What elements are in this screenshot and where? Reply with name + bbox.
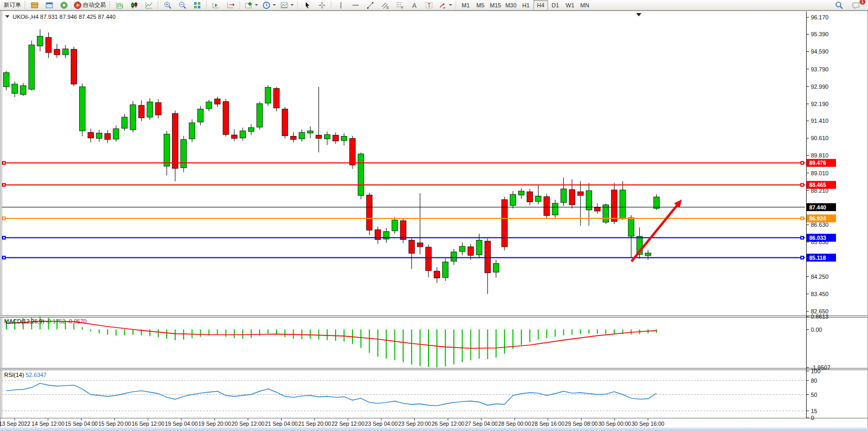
price-badge-label: 89.476 xyxy=(809,160,826,166)
timeframe-m15-button[interactable]: M15 xyxy=(488,0,503,10)
horizontal-line-button[interactable] xyxy=(348,0,363,10)
chevron-down-icon[interactable] xyxy=(449,4,452,6)
rsi-tick-label: 0 xyxy=(811,415,814,421)
equidistant-channel-button[interactable]: E xyxy=(378,0,392,10)
candle-bearish xyxy=(468,247,474,256)
timeframe-h1-button[interactable]: H1 xyxy=(519,0,533,10)
price-badge-label: 87.440 xyxy=(809,204,826,211)
candlestick-chart-button[interactable] xyxy=(127,0,142,10)
crosshair-icon xyxy=(318,1,326,9)
price-tick-label: 93.790 xyxy=(811,66,829,72)
arrows-icon xyxy=(438,1,447,9)
candle-bearish xyxy=(569,190,575,205)
candle-bullish xyxy=(451,252,457,261)
candle-bullish xyxy=(324,134,330,139)
chart-title: UKOil-,H4 87.931 87.946 87.425 87.440 xyxy=(13,14,115,20)
toolbar-separator xyxy=(25,1,26,9)
candle-bullish xyxy=(4,72,9,87)
chevron-down-icon[interactable] xyxy=(273,4,276,6)
time-axis-label: 23 Sep 04:00 xyxy=(365,421,398,427)
timeframe-label: M1 xyxy=(462,2,469,8)
toolbar-separator xyxy=(206,1,207,9)
toolbar: 新订单自动交易EFATM1M5M15M30H1H4D1W1MN1 xyxy=(0,0,868,10)
timeframe-w1-button[interactable]: W1 xyxy=(563,0,577,10)
zoom-out-button[interactable] xyxy=(175,0,190,10)
chevron-down-icon[interactable] xyxy=(291,4,294,6)
candle-bearish xyxy=(215,99,220,104)
chart-shift-icon xyxy=(227,1,235,9)
line-anchor-center xyxy=(3,217,5,219)
candle-bearish xyxy=(409,240,414,254)
candle-bullish xyxy=(653,197,659,208)
line-anchor-center xyxy=(801,217,803,219)
timeframe-m5-button[interactable]: M5 xyxy=(473,0,488,10)
fibonacci-icon: F xyxy=(395,1,404,9)
line-anchor-center xyxy=(801,162,803,164)
timeframe-h4-button[interactable]: H4 xyxy=(533,0,548,10)
trendline-button[interactable] xyxy=(363,0,378,10)
timeframe-d1-button[interactable]: D1 xyxy=(548,0,563,10)
candle-bullish xyxy=(561,189,566,203)
tile-windows-button[interactable] xyxy=(190,0,205,10)
time-axis-label: 22 Sep 12:00 xyxy=(331,421,365,427)
window-bottom-edge xyxy=(0,427,868,431)
candle-bearish xyxy=(577,192,583,195)
indicators-button[interactable] xyxy=(242,0,260,10)
candle-bearish xyxy=(71,49,77,84)
timeframe-m30-button[interactable]: M30 xyxy=(503,0,518,10)
search-icon xyxy=(835,1,843,9)
search-button[interactable] xyxy=(832,0,846,10)
chart-shift-button[interactable] xyxy=(223,0,238,10)
candle-bullish xyxy=(181,140,187,168)
chevron-down-icon[interactable] xyxy=(255,4,258,6)
line-chart-icon xyxy=(145,1,153,9)
text-label-button[interactable]: T xyxy=(422,0,436,10)
candle-bearish xyxy=(333,135,338,141)
auto-trading-icon xyxy=(73,1,82,9)
macd-tick-label: 0.6613 xyxy=(811,313,829,320)
candle-bearish xyxy=(367,195,372,230)
auto-trading-button[interactable]: 自动交易 xyxy=(71,0,108,10)
candle-bullish xyxy=(164,134,169,166)
cursor-button[interactable] xyxy=(300,0,315,10)
candle-bearish xyxy=(105,133,111,140)
bar-chart-button[interactable] xyxy=(112,0,127,10)
timeframe-label: H4 xyxy=(537,2,544,8)
arrows-button[interactable] xyxy=(436,0,454,10)
text-button[interactable]: A xyxy=(407,0,422,10)
line-anchor-center xyxy=(801,184,803,186)
price-tick-label: 84.250 xyxy=(811,274,829,280)
candle-bullish xyxy=(29,45,35,89)
auto-scroll-button[interactable] xyxy=(209,0,223,10)
symbols-button[interactable] xyxy=(27,0,42,10)
candle-bearish xyxy=(434,271,440,278)
svg-text:E: E xyxy=(387,6,389,9)
chart-area[interactable]: UKOil-,H4 87.931 87.946 87.425 87.440MAC… xyxy=(0,10,868,431)
timeframe-m1-button[interactable]: M1 xyxy=(458,0,473,10)
line-chart-button[interactable] xyxy=(142,0,156,10)
cursor-icon xyxy=(303,1,312,9)
timeframe-mn-button[interactable]: MN xyxy=(577,0,592,10)
market-watch-button[interactable] xyxy=(42,0,57,10)
zoom-in-button[interactable] xyxy=(160,0,175,10)
vertical-line-button[interactable] xyxy=(334,0,348,10)
crosshair-button[interactable] xyxy=(315,0,329,10)
candle-bullish xyxy=(79,87,85,131)
time-axis-label: 21 Sep 20:00 xyxy=(298,421,331,427)
price-badge-label: 85.118 xyxy=(809,255,826,261)
macd-label: MACD(12,26,9) -0.1752 -0.0570 xyxy=(4,318,87,324)
equidistant-channel-icon: E xyxy=(381,1,389,9)
candle-bearish xyxy=(282,109,288,136)
navigator-button[interactable] xyxy=(57,0,71,10)
periods-button[interactable] xyxy=(260,0,278,10)
time-axis-label: 30 Sep 00:00 xyxy=(598,421,631,427)
candle-bullish xyxy=(265,87,271,103)
toolbar-separator xyxy=(456,1,457,9)
templates-button[interactable] xyxy=(278,0,296,10)
new-order-button[interactable]: 新订单 xyxy=(2,0,23,10)
chat-button[interactable]: 1 xyxy=(849,0,863,10)
candle-bullish xyxy=(476,240,482,255)
candle-bullish xyxy=(240,131,245,138)
fibonacci-button[interactable]: F xyxy=(392,0,407,10)
price-tick-label: 94.590 xyxy=(811,48,829,55)
